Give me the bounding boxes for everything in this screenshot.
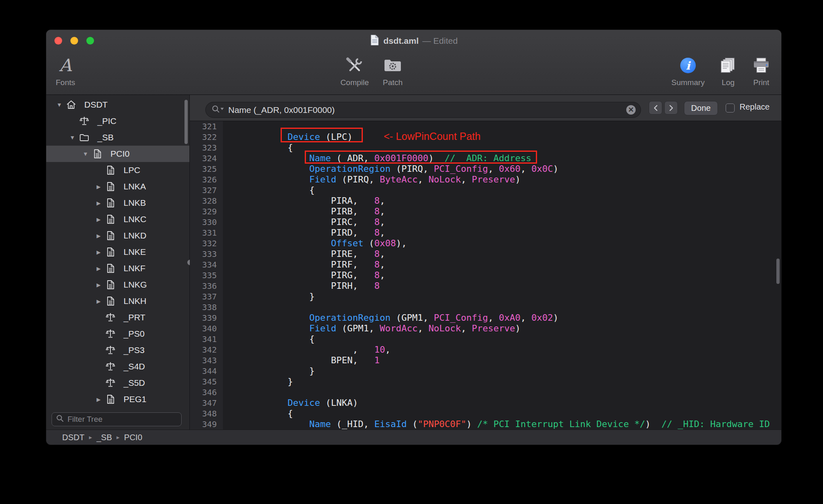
line-number: 340 (190, 323, 223, 334)
tree-item-label: LPC (124, 165, 140, 175)
line-number: 348 (190, 408, 223, 419)
tree-item-label: LNKH (124, 296, 146, 306)
printer-icon (752, 54, 771, 77)
disclosure-triangle-icon[interactable]: ▶ (92, 184, 105, 190)
disclosure-triangle-icon[interactable]: ▼ (66, 134, 79, 141)
sidebar-item-lnkb[interactable]: ▶LNKB (46, 195, 189, 211)
sidebar-item-pci0[interactable]: ▼PCI0 (46, 146, 189, 162)
done-button[interactable]: Done (684, 101, 718, 115)
window-title-edited: — Edited (422, 36, 457, 46)
sidebar-item-_sb[interactable]: ▼_SB (46, 129, 189, 146)
tree-item-label: _S5D (124, 378, 145, 388)
disclosure-triangle-icon[interactable]: ▶ (92, 396, 105, 403)
sidebar-item-lnke[interactable]: ▶LNKE (46, 244, 189, 260)
disclosure-triangle-icon[interactable]: ▶ (92, 233, 105, 239)
breadcrumb-item-_sb[interactable]: _SB (97, 433, 112, 442)
sidebar-item-lnkh[interactable]: ▶LNKH (46, 293, 189, 309)
search-menu-icon[interactable] (211, 105, 224, 115)
clear-search-button[interactable]: ✕ (626, 105, 636, 115)
document-icon (105, 247, 124, 257)
disclosure-triangle-icon[interactable]: ▶ (92, 266, 105, 272)
scale-icon (105, 312, 124, 323)
tree-item-label: LNKE (124, 247, 146, 257)
line-number: 331 (190, 227, 223, 238)
code-text: PIRD, 8, (223, 227, 385, 238)
line-number: 329 (190, 206, 223, 217)
line-number: 347 (190, 398, 223, 408)
breadcrumb-item-dsdt[interactable]: DSDT (62, 433, 84, 442)
code-line: 333 PIRE, 8, (190, 249, 781, 259)
code-line: 335 PIRG, 8, (190, 270, 781, 281)
editor-scrollbar[interactable] (776, 259, 780, 284)
compile-label: Compile (340, 78, 369, 87)
sidebar-scrollbar[interactable] (184, 100, 188, 144)
compile-tools-icon (345, 54, 364, 77)
find-input[interactable]: Name (_ADR, 0x001F0000) ✕ (205, 102, 641, 118)
scale-icon (105, 378, 124, 388)
disclosure-triangle-icon[interactable]: ▶ (92, 282, 105, 288)
fonts-button[interactable]: A Fonts (46, 54, 92, 87)
code-line: 328 PIRA, 8, (190, 196, 781, 206)
find-bar: Name (_ADR, 0x001F0000) ✕ Done Replace (190, 95, 781, 121)
tree-item-label: _PRT (124, 313, 145, 322)
sidebar-item-_s4d[interactable]: _S4D (46, 358, 189, 375)
disclosure-triangle-icon[interactable]: ▼ (79, 151, 92, 157)
sidebar-item-lnkc[interactable]: ▶LNKC (46, 211, 189, 227)
annotation-box-name-adr (305, 151, 537, 164)
sidebar-item-peg1[interactable]: ▶PEG1 (46, 391, 189, 407)
tree-item-label: DSDT (84, 100, 108, 110)
code-text: Field (GPM1, WordAcc, NoLock, Preserve) (223, 323, 521, 334)
annotation-box-device-lpc (281, 128, 363, 142)
line-number: 332 (190, 238, 223, 249)
line-number: 342 (190, 344, 223, 355)
tree-item-label: LNKD (124, 231, 146, 241)
code-line: 347 Device (LNKA) (190, 398, 781, 408)
tree-item-label: _S4D (124, 362, 145, 371)
document-icon (105, 214, 124, 225)
breadcrumb-item-pci0[interactable]: PCI0 (124, 433, 142, 442)
disclosure-triangle-icon[interactable]: ▼ (53, 101, 66, 108)
tree-item-label: PEG1 (124, 394, 146, 404)
sidebar-item-_s5d[interactable]: _S5D (46, 375, 189, 391)
sidebar-item-_ps0[interactable]: _PS0 (46, 326, 189, 342)
folder-icon (79, 132, 97, 143)
find-previous-button[interactable] (649, 101, 662, 115)
code-line: 341 { (190, 334, 781, 344)
patch-button[interactable]: Patch (366, 54, 419, 87)
disclosure-triangle-icon[interactable]: ▶ (92, 249, 105, 255)
sidebar-item-lnkg[interactable]: ▶LNKG (46, 277, 189, 293)
document-icon (105, 181, 124, 192)
replace-label: Replace (740, 102, 769, 112)
sidebar-item-dsdt[interactable]: ▼DSDT (46, 97, 189, 113)
disclosure-triangle-icon[interactable]: ▶ (92, 298, 105, 304)
code-editor[interactable]: 321322 Device (LPC)323 {324 Name (_ADR, … (190, 121, 781, 430)
code-text: { (223, 408, 293, 419)
print-button[interactable]: Print (735, 54, 781, 87)
line-number: 344 (190, 366, 223, 376)
sidebar-item-_ps3[interactable]: _PS3 (46, 342, 189, 358)
sidebar-item-lnka[interactable]: ▶LNKA (46, 178, 189, 195)
info-icon: i (680, 54, 696, 77)
replace-checkbox[interactable] (726, 104, 735, 112)
document-icon (105, 165, 124, 176)
sidebar: ▼DSDT_PIC▼_SB▼PCI0LPC▶LNKA▶LNKB▶LNKC▶LNK… (46, 95, 190, 430)
find-next-button[interactable] (664, 101, 678, 115)
sidebar-item-_prt[interactable]: _PRT (46, 309, 189, 326)
sidebar-item-lnkd[interactable]: ▶LNKD (46, 227, 189, 244)
disclosure-triangle-icon[interactable]: ▶ (92, 216, 105, 223)
tree-item-label: LNKF (124, 263, 146, 273)
sidebar-item-lnkf[interactable]: ▶LNKF (46, 260, 189, 277)
code-text: PIRG, 8, (223, 270, 385, 281)
disclosure-triangle-icon[interactable]: ▶ (92, 200, 105, 206)
code-line: 334 PIRF, 8, (190, 259, 781, 270)
code-line: 330 PIRC, 8, (190, 217, 781, 227)
code-text: , 10, (223, 344, 391, 355)
filter-tree-input[interactable]: Filter Tree (52, 412, 182, 426)
status-bar: DSDT▸_SB▸PCI0 (46, 430, 781, 445)
code-line: 336 PIRH, 8 (190, 281, 781, 291)
code-text (223, 302, 244, 313)
sidebar-item-lpc[interactable]: LPC (46, 162, 189, 178)
code-text: Field (PIRQ, ByteAcc, NoLock, Preserve) (223, 174, 521, 185)
sidebar-item-_pic[interactable]: _PIC (46, 113, 189, 129)
window-title-text: dsdt.aml (383, 36, 418, 46)
